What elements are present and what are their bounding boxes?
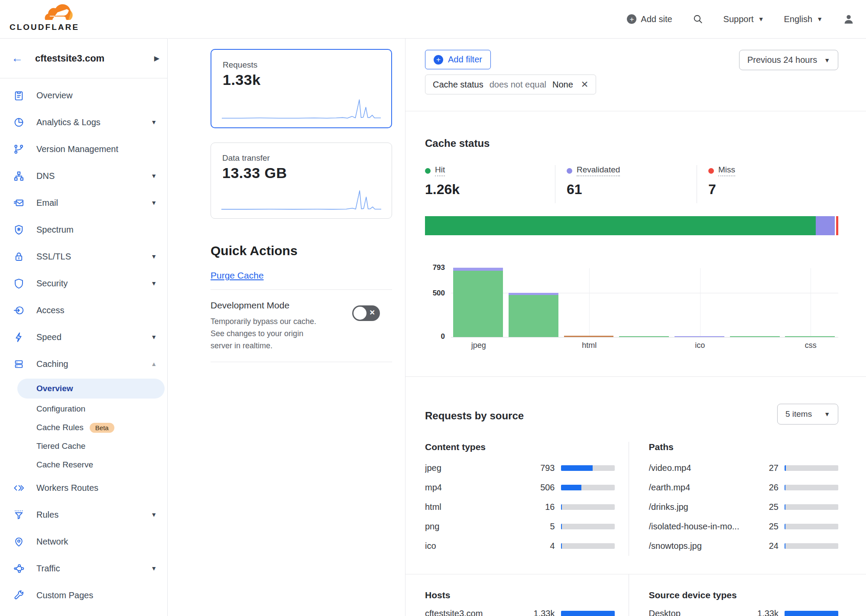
filter-bar: + Add filter Cache status does not equal… xyxy=(405,39,866,94)
development-mode-section: Development Mode Temporarily bypass our … xyxy=(211,300,392,352)
filter-field: Cache status xyxy=(433,80,483,90)
row-bar xyxy=(561,485,615,490)
stackbar-segment-hit xyxy=(425,216,816,235)
purge-cache-link[interactable]: Purge Cache xyxy=(211,270,264,281)
gridline xyxy=(589,268,590,337)
row-bar xyxy=(785,485,838,490)
sidebar-item-network[interactable]: Network xyxy=(0,528,167,555)
sidebar-item-traffic[interactable]: Traffic▼ xyxy=(0,555,167,582)
cache-status-title: Cache status xyxy=(425,137,838,149)
development-mode-toggle[interactable]: ✕ xyxy=(352,305,380,321)
table-row: html16 xyxy=(425,497,615,517)
time-range-select[interactable]: Previous 24 hours ▼ xyxy=(739,50,838,70)
development-mode-description: Temporarily bypass our cache. See change… xyxy=(211,316,323,352)
row-value: 793 xyxy=(523,463,555,473)
row-value: 26 xyxy=(746,483,778,493)
filter-value: None xyxy=(552,80,573,90)
stat-label[interactable]: Miss xyxy=(718,165,735,176)
row-label: /snowtops.jpg xyxy=(649,541,747,551)
sidebar-subitem-caching-overview[interactable]: Overview xyxy=(17,379,165,399)
x-tick-label: html xyxy=(582,341,597,350)
add-filter-button[interactable]: + Add filter xyxy=(425,50,491,69)
chevron-down-icon: ▼ xyxy=(817,16,823,23)
sidebar-item-speed[interactable]: Speed▼ xyxy=(0,324,167,350)
account-menu[interactable] xyxy=(843,13,855,25)
chevron-down-icon: ▼ xyxy=(151,199,157,206)
y-tick-label: 500 xyxy=(433,289,445,298)
metric-card-requests[interactable]: Requests 1.33k xyxy=(211,49,392,128)
sidebar-subitem-caching-cache-reserve[interactable]: Cache Reserve xyxy=(0,456,167,474)
sidebar-item-rules[interactable]: Rules▼ xyxy=(0,501,167,528)
source-tables: Content types jpeg793mp4506html16png5ico… xyxy=(425,442,838,556)
stat-label[interactable]: Revalidated xyxy=(577,165,620,176)
y-axis-labels: 0500793 xyxy=(425,268,451,337)
sidebar-item-overview[interactable]: Overview xyxy=(0,82,167,109)
sidebar-item-email[interactable]: Email▼ xyxy=(0,189,167,216)
sidebar-item-ssl-tls[interactable]: SSL/TLS▼ xyxy=(0,243,167,270)
stat-value: 61 xyxy=(567,182,697,198)
chevron-down-icon: ▼ xyxy=(824,411,830,418)
items-count-select[interactable]: 5 items ▼ xyxy=(777,404,838,425)
row-label: /isolated-house-in-mo... xyxy=(649,522,747,532)
sidebar-subitem-caching-cache-rules[interactable]: Cache RulesBeta xyxy=(0,418,167,437)
language-menu[interactable]: English ▼ xyxy=(784,14,823,24)
row-value: 25 xyxy=(746,522,778,532)
add-site-button[interactable]: + Add site xyxy=(627,14,672,24)
chevron-down-icon: ▼ xyxy=(151,172,157,179)
divider xyxy=(211,289,392,290)
chevron-down-icon: ▼ xyxy=(151,253,157,260)
chevron-right-icon[interactable]: ▶ xyxy=(154,54,159,62)
hosts-devices-section: Hosts cftestsite3.com1.33k Source device… xyxy=(405,574,866,616)
row-value: 506 xyxy=(523,483,555,493)
sidebar-item-label: Analytics & Logs xyxy=(36,117,101,127)
back-arrow-icon[interactable]: ← xyxy=(11,52,23,64)
sidebar-item-spectrum[interactable]: Spectrum xyxy=(0,216,167,243)
shield-icon xyxy=(13,278,25,289)
sidebar-item-label: Workers Routes xyxy=(36,483,98,493)
cloudflare-logo[interactable]: CLOUDFLARE xyxy=(10,2,83,32)
metric-label: Data transfer xyxy=(222,153,380,163)
sidebar-item-dns[interactable]: DNS▼ xyxy=(0,162,167,189)
wrench-icon xyxy=(13,590,25,601)
sidebar-subitem-label: Cache Rules xyxy=(36,423,84,432)
sidebar-item-security[interactable]: Security▼ xyxy=(0,270,167,297)
support-menu[interactable]: Support ▼ xyxy=(723,14,764,24)
site-switcher: ← cftestsite3.com ▶ xyxy=(0,39,167,78)
metric-value: 13.33 GB xyxy=(222,165,380,182)
row-label: cftestsite3.com xyxy=(425,609,523,616)
plus-circle-icon: + xyxy=(434,55,443,65)
cloudflare-dashboard: CLOUDFLARE + Add site Support ▼ English … xyxy=(0,0,866,616)
sidebar-item-access[interactable]: Access xyxy=(0,297,167,324)
divider xyxy=(211,362,392,362)
sidebar-item-custom-pages[interactable]: Custom Pages xyxy=(0,582,167,609)
quick-actions-title: Quick Actions xyxy=(211,243,392,258)
funnel-icon xyxy=(13,509,25,521)
chevron-down-icon: ▼ xyxy=(151,511,157,518)
sidebar-item-caching[interactable]: Caching▲ xyxy=(0,350,167,377)
stackbar-segment-revalidated xyxy=(816,216,834,235)
row-bar xyxy=(785,543,838,549)
sidebar: ← cftestsite3.com ▶ OverviewAnalytics & … xyxy=(0,38,168,616)
table-row: /video.mp427 xyxy=(649,458,839,478)
server-stack-icon xyxy=(13,358,25,370)
sidebar-nav: OverviewAnalytics & Logs▼Version Managem… xyxy=(0,78,167,609)
sidebar-subitem-caching-tiered-cache[interactable]: Tiered Cache xyxy=(0,437,167,455)
row-bar xyxy=(785,524,838,529)
stat-label[interactable]: Hit xyxy=(435,165,445,176)
search-icon xyxy=(692,13,704,25)
paths-table: Paths /video.mp427/earth.mp426/drinks.jp… xyxy=(629,442,839,556)
metric-card-data-transfer[interactable]: Data transfer 13.33 GB xyxy=(211,143,392,219)
search-button[interactable] xyxy=(692,13,704,25)
filter-chip[interactable]: Cache status does not equal None ✕ xyxy=(425,75,596,94)
sidebar-subitem-label: Tiered Cache xyxy=(36,441,85,451)
bar-segment-hit xyxy=(785,336,835,337)
row-bar xyxy=(561,543,615,549)
source-device-types-table: Source device types Desktop1.33k xyxy=(629,574,839,616)
table-row: png5 xyxy=(425,517,615,536)
sidebar-subitem-caching-configuration[interactable]: Configuration xyxy=(0,400,167,418)
sidebar-item-workers-routes[interactable]: Workers Routes xyxy=(0,474,167,501)
remove-filter-icon[interactable]: ✕ xyxy=(581,79,589,90)
sidebar-item-version-management[interactable]: Version Management xyxy=(0,136,167,162)
row-bar xyxy=(785,504,838,510)
sidebar-item-analytics-logs[interactable]: Analytics & Logs▼ xyxy=(0,109,167,136)
